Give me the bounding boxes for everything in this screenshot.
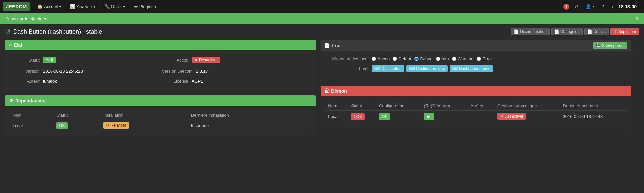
terminal-icon: ⌨ [374,66,380,71]
details-icon: 📄 [587,29,592,34]
chevron-down-icon: ▾ [59,4,61,9]
demon-nom: Local [325,111,348,123]
log-panel-header: 📄 Log 💾 Sauvegarder [321,40,631,51]
two-col-layout: ○ Etat Statut Actif Action [5,40,639,141]
log-dashbutton-node-button[interactable]: ⌨ Dashbutton_node [450,65,493,72]
supprimer-button[interactable]: 🗑 Supprimer [610,28,639,35]
version-row: Version 2016-08-18 22:45:23 [13,69,159,74]
help-icon-btn[interactable]: ? [600,3,606,10]
refresh-icon: ↺ [5,28,11,36]
home-icon: 🏠 [37,4,43,9]
dep-derniere: Inconnue [188,120,311,131]
demon-panel-header: 🏛 Démon [321,86,631,96]
dependances-table: Nom Statut Installation Dernière install… [10,111,311,131]
details-button[interactable]: 📄 Détails [584,28,609,35]
nav-plugins[interactable]: ☰ Plugins ▾ [130,2,161,11]
action-row: Action ✕ Désactiver [162,57,308,63]
circle-icon: ○ [9,42,12,48]
dep-installation: ↺ Relancer [101,120,188,131]
file-icon: 📄 [324,43,330,48]
chevron-down-icon: ▾ [93,4,96,9]
redemarrer-button[interactable]: ▶ [424,113,434,120]
log-level-row: Niveau de log local Aucun Defaut [325,56,626,61]
building-icon: 🏛 [324,88,329,94]
dep-nom: Local [10,120,54,131]
desactiver-button[interactable]: ✕ Désactiver [192,57,220,63]
demon-col-gestion: Gestion automatique [495,101,560,111]
statut-row: Statut Actif [13,57,159,63]
radio-warning[interactable]: Warning [452,56,473,61]
save-icon: 💾 [596,43,601,48]
statut-badge: Actif [43,57,56,63]
doc-icon: 📄 [514,29,519,34]
col-statut: Statut [54,111,100,120]
alert-message: Sauvegarde effectuée [5,16,47,21]
plugins-icon: ☰ [134,4,138,9]
clock: 18:13:00 [618,4,641,9]
demon-col-statut: Statut [348,101,376,111]
radio-aucun[interactable]: Aucun [372,56,390,61]
demon-statut: NOK [348,111,376,123]
gestion-desactiver-button[interactable]: ✕ Désactiver [497,113,526,120]
gear-icon: ⚙ [9,98,13,103]
logs-row: Logs ⌨ Dashbutton ⌨ Dashbutton_dep [325,65,626,72]
delete-icon: 🗑 [613,29,617,34]
navbar: JEEDOM 🏠 Accueil ▾ 📊 Analyse ▾ 🔧 Outils … [0,0,644,13]
chevron-down-icon: ▾ [123,4,125,9]
alert-success: Sauvegarde effectuée × [0,13,644,24]
col-installation: Installation [101,111,188,120]
demon-col-config: Configuration [376,101,422,111]
demon-redemarrer: ▶ [421,111,468,123]
radio-debug[interactable]: Debug [414,56,432,61]
nav-analyse[interactable]: 📊 Analyse ▾ [66,2,99,11]
demon-col-arreter: Arrêter [468,101,495,111]
nav-right: 1 ⇄ 👤 ▾ ? ℹ 18:13:00 [563,3,641,10]
sauvegarder-button[interactable]: 💾 Sauvegarder [593,42,627,49]
demon-col-nom: Nom [325,101,348,111]
demon-panel: 🏛 Démon Nom Statut Configuration (Re)Dém… [321,86,631,127]
log-level-group: Aucun Defaut Debug [372,56,492,61]
log-panel: 📄 Log 💾 Sauvegarder Niveau de log local [321,40,631,81]
times-icon2: ✕ [500,114,503,119]
nav-accueil[interactable]: 🏠 Accueil ▾ [33,2,65,11]
relancer-button[interactable]: ↺ Relancer [103,122,129,129]
dependances-panel-header: ⚙ Dépendances [5,95,316,106]
info-icon-btn[interactable]: ℹ [609,3,615,10]
nav-outils[interactable]: 🔧 Outils ▾ [100,2,129,11]
network-icon-btn[interactable]: ⇄ [573,3,580,10]
radio-error[interactable]: Error [477,56,492,61]
demon-col-redemarrer: (Re)Démarrer [421,101,468,111]
radio-info[interactable]: Info [436,56,449,61]
log-dashbutton-dep-button[interactable]: ⌨ Dashbutton_dep [406,65,448,72]
table-row: Local NOK OK ▶ [325,111,626,123]
changelog-icon: 📄 [554,29,559,34]
radio-defaut[interactable]: Defaut [393,56,411,61]
times-icon: ✕ [194,58,198,62]
main-content: ↺ Dash Button (dashbutton) - stable 📄 Do… [0,24,644,144]
dep-statut: OK [54,120,100,131]
auteur-row: Auteur lunarok [13,79,159,84]
documentation-button[interactable]: 📄 Documentation [511,28,550,35]
alert-close-button[interactable]: × [636,16,639,22]
right-column: 📄 Log 💾 Sauvegarder Niveau de log local [321,40,631,141]
page-title: ↺ Dash Button (dashbutton) - stable [5,28,102,36]
user-icon-btn[interactable]: 👤 ▾ [584,3,596,10]
dependances-panel-body: Nom Statut Installation Dernière install… [5,106,316,136]
chart-icon: 📊 [70,4,75,9]
etat-panel: ○ Etat Statut Actif Action [5,40,316,90]
demon-col-lancement: Dernier lancement [560,101,627,111]
notification-badge[interactable]: 1 [563,4,569,10]
log-dashbutton-button[interactable]: ⌨ Dashbutton [372,65,404,72]
licence-row: Licence AGPL [162,79,308,84]
dependances-panel: ⚙ Dépendances Nom Statut Installation De… [5,95,316,136]
log-panel-body: Niveau de log local Aucun Defaut [321,51,631,81]
etat-panel-header: ○ Etat [5,40,316,50]
changelog-button[interactable]: 📄 Changelog [551,28,583,35]
tools-icon: 🔧 [104,4,110,9]
table-row: Local OK ↺ Relancer [10,120,311,131]
brand-logo[interactable]: JEEDOM [3,2,30,11]
page-title-actions: 📄 Documentation 📄 Changelog 📄 Détails 🗑 … [511,28,639,35]
demon-panel-body: Nom Statut Configuration (Re)Démarrer Ar… [321,96,631,127]
col-derniere: Dernière installation [188,111,311,120]
left-column: ○ Etat Statut Actif Action [5,40,316,141]
